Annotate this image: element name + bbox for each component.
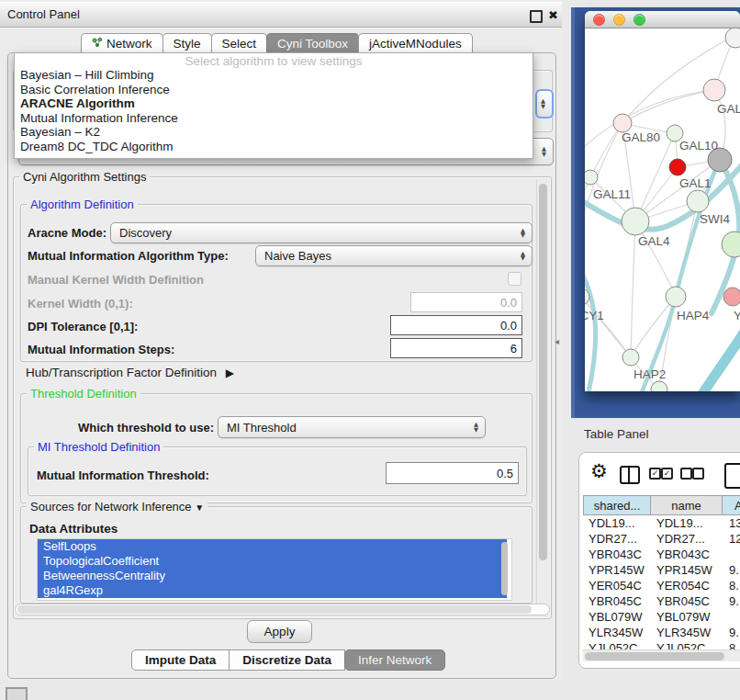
float-window-icon[interactable]	[530, 10, 543, 23]
which-threshold-value: MI Threshold	[227, 421, 297, 435]
network-node[interactable]	[703, 79, 725, 101]
column-header-shared[interactable]: shared...	[583, 495, 651, 515]
manual-kernel-checkbox[interactable]	[508, 272, 521, 286]
algorithm-combo-button[interactable]: ▲▼	[535, 89, 554, 119]
algorithm-option-dream8-dc-tdc-algorithm[interactable]: Dream8 DC_TDC Algorithm	[15, 140, 533, 154]
table-cell: YLR345W	[583, 625, 651, 640]
kernel-width-field[interactable]: 0.0	[410, 292, 522, 312]
settings-vertical-scrollbar[interactable]	[536, 180, 549, 612]
node-label-gal11: GAL11	[593, 187, 631, 201]
algorithm-option-mutual-information-inference[interactable]: Mutual Information Inference	[15, 111, 533, 126]
network-edge[interactable]	[585, 265, 596, 391]
attributes-scrollbar-thumb[interactable]	[501, 542, 508, 595]
mi-type-label: Mutual Information Algorithm Type:	[28, 249, 229, 263]
checked-checkbox-icon[interactable]: ✓	[661, 468, 673, 480]
dpi-tolerance-field[interactable]: 0.0	[390, 315, 522, 335]
node-label-gal4: GAL4	[638, 234, 670, 248]
panel-resize-handle[interactable]: ◂	[555, 336, 559, 346]
apply-button[interactable]: Apply	[247, 620, 312, 643]
which-threshold-combo[interactable]: MI Threshold ▲▼	[218, 416, 486, 438]
network-node[interactable]	[622, 349, 639, 366]
tab-infer-network[interactable]: Infer Network	[344, 649, 445, 671]
tab-label: Network	[107, 34, 152, 53]
new-table-icon[interactable]	[724, 463, 740, 489]
tab-jactivemnodules[interactable]: jActiveMNodules	[358, 33, 473, 53]
tab-style[interactable]: Style	[163, 33, 212, 53]
aracne-mode-combo[interactable]: Discovery ▲▼	[110, 222, 533, 243]
unchecked-checkbox-icon[interactable]	[680, 468, 692, 480]
network-node[interactable]	[651, 381, 667, 391]
table-row[interactable]: YDR27...YDR27...12	[583, 531, 740, 547]
table-row[interactable]: YPR145WYPR145W9.	[583, 562, 740, 578]
algorithm-option-bayesian-hill-climbing[interactable]: Bayesian – Hill Climbing	[15, 68, 533, 83]
network-node[interactable]	[687, 190, 709, 212]
network-edge[interactable]	[702, 332, 740, 391]
table-body: YDL19...YDL19...13YDR27...YDR27...12YBR0…	[583, 515, 740, 656]
network-node[interactable]	[666, 287, 686, 307]
table-row[interactable]: YBL079WYBL079W	[583, 609, 740, 625]
network-graph: GALGAL80GAL10GAL1GAL11SWI4GAL4GCY1HAP4YH…	[585, 28, 740, 391]
network-edge[interactable]	[642, 160, 720, 391]
network-edge[interactable]	[631, 221, 635, 357]
tab-cyni-toolbox[interactable]: Cyni Toolbox	[266, 33, 359, 53]
attribute-item-topologicalcoefficient[interactable]: TopologicalCoefficient	[38, 554, 507, 569]
attribute-item-selfloops[interactable]: SelfLoops	[38, 539, 507, 554]
network-tab-icon	[92, 34, 103, 53]
attribute-item-gal4rgexp[interactable]: gal4RGexp	[38, 583, 507, 598]
table-cell: YER054C	[583, 578, 651, 593]
network-node[interactable]	[669, 159, 686, 175]
tab-impute-data[interactable]: Impute Data	[131, 649, 230, 671]
network-canvas[interactable]: GALGAL80GAL10GAL1GAL11SWI4GAL4GCY1HAP4YH…	[585, 28, 740, 391]
network-window-titlebar[interactable]	[585, 11, 740, 28]
settings-vertical-scrollbar-thumb[interactable]	[539, 184, 547, 560]
tab-select[interactable]: Select	[211, 33, 268, 53]
settings-horizontal-scrollbar-thumb[interactable]	[17, 605, 532, 614]
network-node[interactable]	[725, 28, 740, 48]
table-horizontal-scrollbar-thumb[interactable]	[585, 652, 724, 660]
table-cell: YBR045C	[583, 593, 651, 609]
node-label-hap4: HAP4	[677, 309, 710, 322]
close-panel-icon[interactable]: ✖	[548, 3, 558, 27]
mi-steps-label: Mutual Information Steps:	[28, 343, 174, 356]
sources-title[interactable]: Sources for Network Inference ▼	[27, 500, 207, 514]
attribute-item-betweennesscentrality[interactable]: BetweennessCentrality	[38, 569, 507, 583]
tab-discretize-data[interactable]: Discretize Data	[229, 649, 345, 671]
algorithm-option-basic-correlation-inference[interactable]: Basic Correlation Inference	[15, 83, 533, 97]
column-header-name[interactable]: name	[650, 495, 723, 515]
table-settings-gear-icon[interactable]: ⚙	[590, 459, 608, 483]
algorithm-option-aracne-algorithm[interactable]: ARACNE Algorithm	[15, 96, 533, 111]
unchecked-checkbox-icon[interactable]	[692, 468, 704, 480]
checked-checkbox-icon[interactable]: ✓	[649, 468, 661, 480]
minimize-window-icon[interactable]	[613, 14, 625, 26]
zoom-window-icon[interactable]	[633, 14, 645, 26]
network-node[interactable]	[723, 288, 740, 306]
tab-network[interactable]: Network	[81, 33, 163, 53]
table-row[interactable]: YLR345WYLR345W9.	[583, 625, 740, 640]
hub-definition-toggle[interactable]: Hub/Transcription Factor Definition ▶	[26, 366, 234, 379]
table-row[interactable]: YBR043CYBR043C	[583, 547, 740, 562]
close-window-icon[interactable]	[593, 14, 605, 26]
node-label-gal1: GAL1	[679, 176, 712, 190]
column-layout-icon[interactable]	[620, 466, 640, 484]
mi-threshold-field[interactable]: 0.5	[386, 462, 519, 484]
column-header-a[interactable]: A	[722, 495, 740, 515]
table-row[interactable]: YBR045CYBR045C9.	[583, 593, 740, 609]
settings-horizontal-scrollbar[interactable]	[15, 604, 550, 615]
network-edge[interactable]	[635, 133, 675, 221]
network-node[interactable]	[613, 114, 632, 132]
network-node[interactable]	[622, 208, 649, 235]
control-panel-titlebar[interactable]: Control Panel ✖	[0, 2, 562, 28]
top-tab-bar: NetworkStyleSelectCyni ToolboxjActiveMNo…	[81, 32, 472, 53]
network-node[interactable]	[585, 170, 598, 185]
algorithm-option-bayesian-k2[interactable]: Bayesian – K2	[15, 125, 533, 140]
network-node[interactable]	[722, 231, 740, 257]
table-cell: YBR045C	[651, 593, 723, 609]
network-edge[interactable]	[622, 90, 714, 123]
mi-type-combo[interactable]: Naive Bayes ▲▼	[255, 245, 533, 266]
table-row[interactable]: YDL19...YDL19...13	[583, 515, 740, 531]
table-horizontal-scrollbar[interactable]	[583, 649, 740, 661]
dock-panel-icon[interactable]	[6, 687, 28, 700]
table-row[interactable]: YER054CYER054C8.	[583, 578, 740, 593]
mi-steps-field[interactable]: 6	[390, 338, 522, 358]
table-cell: YLR345W	[651, 625, 723, 640]
